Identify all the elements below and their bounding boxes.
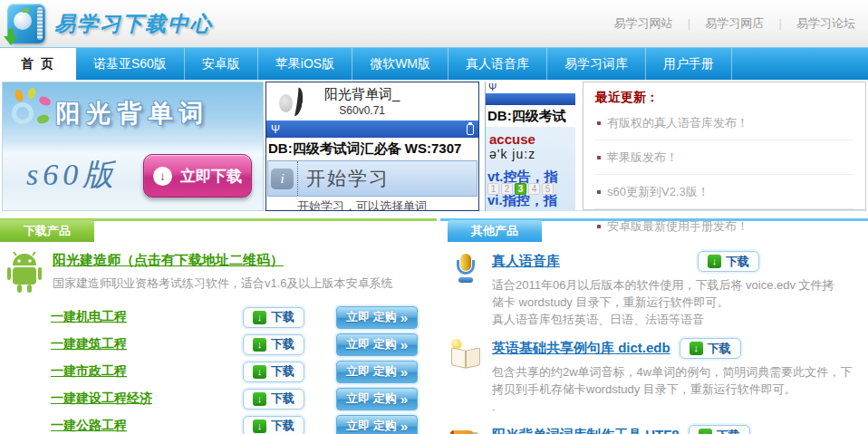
db-status-line: DB:四级考试 xyxy=(486,105,575,127)
download-row: 一建市政工程 下载 立即 定购 xyxy=(0,358,437,385)
app-version: S60v0.71 xyxy=(324,104,400,117)
download-icon xyxy=(253,338,266,352)
banner-download-button[interactable]: 立即下载 xyxy=(143,154,252,198)
order-now-button[interactable]: 立即 定购 xyxy=(336,415,418,434)
microphone-icon xyxy=(449,253,482,285)
chevron-right-icon xyxy=(400,337,408,352)
product-link[interactable]: 一建建筑工程 xyxy=(51,336,243,352)
download-row: 一建机电工程 下载 立即 定购 xyxy=(0,304,437,331)
book-icon xyxy=(449,340,482,372)
download-icon xyxy=(690,342,703,355)
order-now-button[interactable]: 立即 定购 xyxy=(336,333,418,356)
word-headword: accuse xyxy=(489,131,575,147)
product-link[interactable]: 一建建设工程经济 xyxy=(51,391,243,407)
update-item-label: 苹果版发布！ xyxy=(607,149,678,166)
bullet-icon xyxy=(597,121,601,125)
download-label: 下载 xyxy=(271,391,294,407)
other-product-link[interactable]: 阳光背单词词库制作工具 UTF8 xyxy=(492,427,680,434)
update-item[interactable]: 苹果版发布！ xyxy=(595,140,854,175)
nav-tab-nokia-s60[interactable]: 诺基亚S60版 xyxy=(76,48,185,80)
menu-item-hint: 开始学习，可以选择单词 xyxy=(297,198,478,211)
order-now-button[interactable]: 立即 定购 xyxy=(336,361,418,383)
download-rows: 一建机电工程 下载 立即 定购 一建建筑工程 下载 立即 定购 xyxy=(0,304,437,434)
product-link[interactable]: 一建机电工程 xyxy=(51,309,243,325)
link-forum[interactable]: 易学习论坛 xyxy=(796,15,855,32)
download-button[interactable]: 下载 xyxy=(243,416,304,434)
info-icon xyxy=(271,169,294,189)
product-link[interactable]: 一建公路工程 xyxy=(51,418,243,434)
download-icon xyxy=(699,429,712,434)
page-1[interactable]: 1 xyxy=(487,183,499,195)
bullet-icon xyxy=(597,156,601,159)
page-3-active[interactable]: 3 xyxy=(515,183,526,195)
order-now-button[interactable]: 立即 定购 xyxy=(336,388,418,410)
featured-product-link[interactable]: 阳光建造师（点击有下载地址二维码） xyxy=(53,252,284,267)
page-5[interactable]: 5 xyxy=(542,183,554,195)
bullet-icon xyxy=(597,190,601,194)
app-name: 阳光背单词_ xyxy=(324,86,400,103)
download-icon xyxy=(253,392,266,406)
link-shop[interactable]: 易学习网店 xyxy=(705,15,764,32)
chevron-right-icon xyxy=(400,419,408,434)
antenna-icon xyxy=(488,82,497,92)
downloads-column: 下载产品 阳光建造师（点击有下载地址二维码） 国家建造师职业资格考试练习软件，适… xyxy=(0,218,437,434)
order-label: 立即 定购 xyxy=(346,336,397,352)
nav-tab-voice-library[interactable]: 真人语音库 xyxy=(448,48,547,80)
other-product: 英语基础共享例句库 dict.edb 下载 包含共享的约2w单词音标，4w单词的… xyxy=(440,328,868,415)
promo-banner[interactable]: 阳光背单词 s60版 立即下载 xyxy=(2,82,264,211)
nav-tab-android[interactable]: 安卓版 xyxy=(185,48,258,80)
product-columns: 下载产品 阳光建造师（点击有下载地址二维码） 国家建造师职业资格考试练习软件，适… xyxy=(0,218,868,434)
divider xyxy=(297,161,298,196)
header-links: 易学习网站 ｜ 易学习网店 ｜ 易学习论坛 xyxy=(613,15,855,32)
others-header: 其他产品 xyxy=(440,218,868,241)
page-4[interactable]: 4 xyxy=(528,183,540,195)
other-product: 真人语音库 下载 适合2011年06月以后版本的软件使用，下载后将 voice.… xyxy=(440,241,868,328)
chevron-right-icon xyxy=(400,310,408,325)
download-button[interactable]: 下载 xyxy=(243,334,304,355)
nav-tab-dictionary[interactable]: 易学习词库 xyxy=(547,48,646,80)
leaf-icon xyxy=(23,8,29,13)
link-website[interactable]: 易学习网站 xyxy=(613,15,672,32)
download-button[interactable]: 下载 xyxy=(698,251,759,272)
recent-updates-title: 最近更新： xyxy=(595,90,854,106)
app-logo-icon xyxy=(277,85,310,118)
nav-tab-user-manual[interactable]: 用户手册 xyxy=(646,48,732,80)
pagination: 1 2 3 4 5 xyxy=(487,183,575,195)
download-button[interactable]: 下载 xyxy=(243,362,304,382)
downloads-tab[interactable]: 下载产品 xyxy=(0,220,94,242)
nav-tab-apple-ios[interactable]: 苹果iOS版 xyxy=(258,48,352,80)
other-product-link[interactable]: 英语基础共享例句库 dict.edb xyxy=(492,340,670,357)
download-row: 一建建设工程经济 下载 立即 定购 xyxy=(0,385,437,412)
download-button[interactable]: 下载 xyxy=(689,425,750,434)
others-tab[interactable]: 其他产品 xyxy=(448,220,542,242)
order-label: 立即 定购 xyxy=(346,418,397,434)
product-link[interactable]: 一建市政工程 xyxy=(51,363,243,380)
download-icon xyxy=(708,255,721,268)
update-item[interactable]: 有版权的真人语音库发布！ xyxy=(595,106,854,140)
download-icon xyxy=(253,311,266,324)
order-label: 立即 定购 xyxy=(346,309,397,325)
apple-icon xyxy=(14,12,32,30)
download-button[interactable]: 下载 xyxy=(243,389,304,410)
menu-selected-row: 开始学习 xyxy=(267,160,477,197)
page-2[interactable]: 2 xyxy=(501,183,513,195)
download-icon xyxy=(253,365,266,379)
other-product: 阳光背单词词库制作工具 UTF8 下载 xyxy=(440,415,868,434)
app-screenshot-main: 阳光背单词_ S60v0.71 DB:四级考试词汇必备 WS:7307 开始学习… xyxy=(265,82,479,211)
nav-tab-microsoft-wm[interactable]: 微软WM版 xyxy=(352,48,448,80)
featured-product: 阳光建造师（点击有下载地址二维码） 国家建造师职业资格考试练习软件，适合v1.6… xyxy=(0,241,437,295)
promo-strip: 阳光背单词 s60版 立即下载 阳光背单词_ S60v0.71 DB:四级考试词… xyxy=(2,82,866,211)
download-label: 下载 xyxy=(271,336,294,352)
chevron-right-icon xyxy=(400,391,408,407)
nav-tab-home[interactable]: 首 页 xyxy=(0,48,76,80)
order-now-button[interactable]: 立即 定购 xyxy=(336,306,418,329)
download-button[interactable]: 下载 xyxy=(680,338,741,359)
other-product-desc: 适合2011年06月以后版本的软件使用，下载后将 voice.edv 文件拷 储… xyxy=(492,276,834,328)
downloads-header: 下载产品 xyxy=(0,218,437,241)
other-product-link[interactable]: 真人语音库 xyxy=(492,253,560,270)
order-label: 立即 定购 xyxy=(346,391,397,407)
download-button[interactable]: 下载 xyxy=(243,307,304,328)
site-logo[interactable]: 易学习下载中心 xyxy=(7,4,213,43)
update-item[interactable]: s60更新到V2.3版！ xyxy=(595,175,854,209)
link-separator: ｜ xyxy=(683,16,694,32)
